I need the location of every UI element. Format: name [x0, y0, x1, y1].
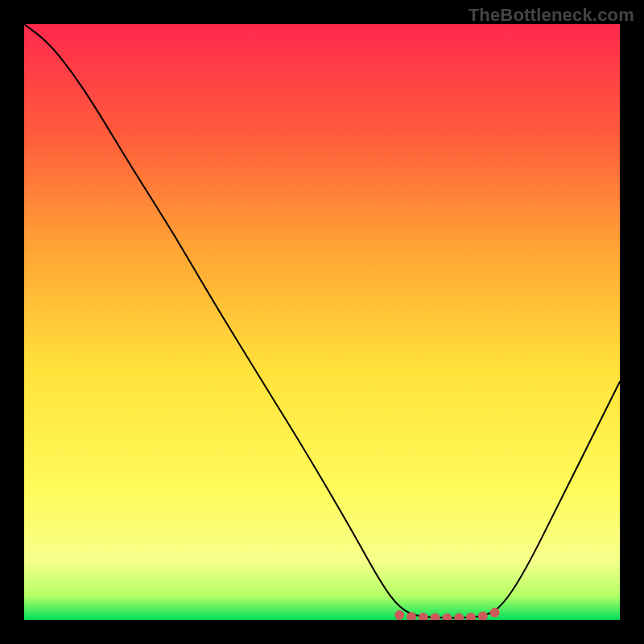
plot-area: [24, 24, 620, 620]
background-gradient: [24, 24, 620, 620]
svg-rect-0: [24, 24, 620, 620]
chart-frame: TheBottleneck.com: [0, 0, 644, 644]
watermark-text: TheBottleneck.com: [469, 5, 634, 26]
